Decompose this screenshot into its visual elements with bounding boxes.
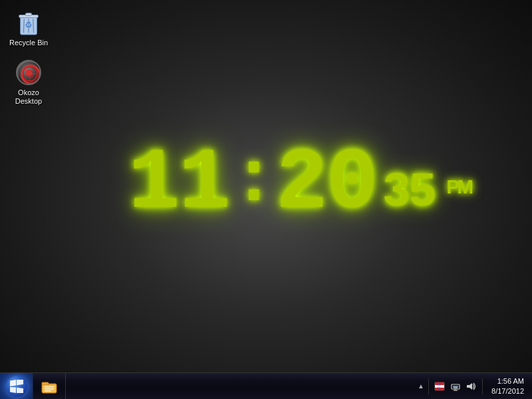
svg-rect-20	[45, 386, 54, 388]
svg-rect-18	[42, 382, 49, 385]
svg-marker-16	[17, 387, 23, 392]
svg-marker-15	[10, 387, 16, 393]
clock-main: 11 : 20 PM 35	[128, 141, 435, 227]
start-button[interactable]	[0, 373, 33, 400]
recycle-bin-icon[interactable]: ♻ Recycle Bin	[5, 7, 52, 50]
quick-launch	[33, 373, 66, 400]
svg-text:♻: ♻	[25, 20, 33, 30]
recycle-bin-image: ♻	[15, 9, 42, 36]
clock-display: 11 : 20 PM 35	[128, 141, 435, 227]
volume-icon[interactable]	[465, 380, 478, 393]
svg-rect-21	[45, 388, 54, 390]
svg-rect-5	[25, 13, 32, 16]
okozo-desktop-label: OkozoDesktop	[15, 88, 42, 106]
flag-icon[interactable]	[433, 380, 446, 393]
windows-orb	[6, 376, 27, 397]
clock-minutes: 20	[276, 141, 377, 227]
svg-rect-22	[45, 390, 51, 392]
svg-marker-14	[17, 380, 23, 385]
clock-seconds: 35	[382, 169, 434, 222]
svg-marker-33	[467, 383, 472, 390]
svg-point-10	[29, 72, 31, 75]
system-clock[interactable]: 1:56 AM 8/17/2012	[487, 376, 527, 396]
tray-date: 8/17/2012	[491, 386, 524, 396]
svg-point-9	[27, 70, 33, 77]
desktop: ♻ Recycle Bin	[0, 0, 532, 372]
network-icon[interactable]	[449, 380, 462, 393]
svg-point-8	[23, 66, 37, 81]
clock-seconds-container: PM 35	[377, 169, 434, 227]
svg-point-27	[438, 385, 440, 388]
svg-point-7	[18, 62, 41, 85]
explorer-button[interactable]	[37, 375, 61, 398]
system-tray: ▲	[412, 373, 532, 400]
okozo-desktop-image	[15, 59, 42, 86]
recycle-bin-label: Recycle Bin	[9, 39, 48, 47]
tray-time: 1:56 AM	[497, 376, 524, 386]
svg-rect-32	[453, 386, 458, 388]
okozo-desktop-icon[interactable]: OkozoDesktop	[5, 57, 52, 108]
tray-separator	[428, 378, 429, 394]
svg-line-3	[33, 19, 34, 33]
clock-hours: 11	[128, 141, 229, 227]
clock-ampm: PM	[446, 176, 471, 198]
taskbar: ▲	[0, 372, 532, 399]
tray-separator-2	[482, 378, 483, 394]
show-hidden-icons-button[interactable]: ▲	[418, 382, 424, 390]
svg-marker-13	[10, 380, 16, 386]
clock-colon: :	[232, 144, 273, 224]
